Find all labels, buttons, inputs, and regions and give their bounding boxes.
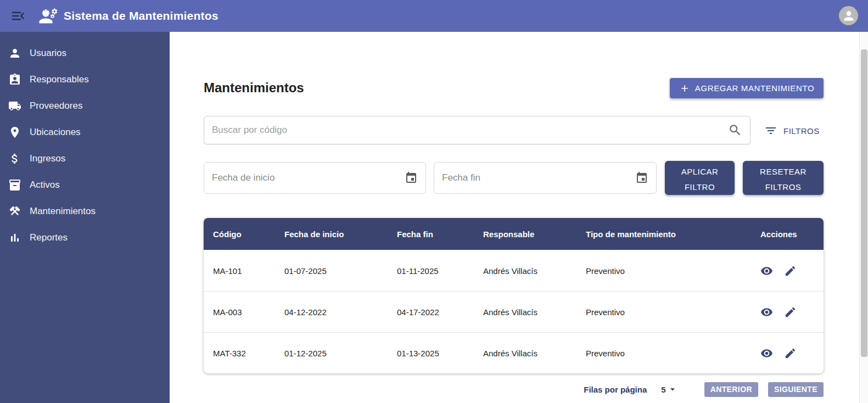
calendar-icon[interactable]: [635, 171, 648, 184]
sidebar-item-label: Proveedores: [30, 100, 82, 111]
maintenance-table: Código Fecha de inicio Fecha fin Respons…: [204, 218, 824, 373]
view-button[interactable]: [760, 347, 773, 360]
sidebar-item-label: Ingresos: [30, 153, 65, 164]
sidebar-item-label: Responsables: [30, 74, 89, 85]
end-date-input[interactable]: [442, 172, 635, 183]
sidebar-item-ingresos[interactable]: Ingresos: [0, 145, 170, 172]
scrollbar-thumb[interactable]: [861, 49, 867, 357]
rows-per-page-value: 5: [661, 385, 665, 394]
column-header-acciones: Acciones: [751, 230, 824, 239]
eye-icon: [760, 347, 773, 360]
person-icon: [842, 9, 856, 23]
sidebar-item-usuarios[interactable]: Usuarios: [0, 40, 170, 66]
cell-responsable: Andrés Villacís: [474, 307, 576, 317]
cell-responsable: Andrés Villacís: [474, 266, 576, 276]
bar-chart-icon: [8, 231, 21, 244]
sidebar: Usuarios Responsables Proveedores Ubicac…: [0, 32, 170, 403]
sidebar-item-label: Reportes: [30, 232, 68, 243]
chevron-down-icon: [666, 384, 678, 395]
sidebar-item-reportes[interactable]: Reportes: [0, 225, 170, 251]
cell-acciones: [751, 306, 824, 318]
truck-icon: [8, 99, 21, 113]
cell-acciones: [751, 265, 824, 277]
pagination-bar: Filas por página 5 ANTERIOR SIGUIENTE: [549, 381, 824, 398]
sidebar-item-proveedores[interactable]: Proveedores: [0, 93, 170, 119]
location-pin-icon: [8, 126, 21, 139]
search-input[interactable]: [212, 125, 728, 136]
search-icon[interactable]: [728, 123, 742, 137]
view-button[interactable]: [760, 265, 773, 277]
app-header: Sistema de Mantenimientos: [0, 0, 868, 32]
cell-codigo: MAT-332: [204, 349, 275, 358]
table-row: MAT-332 01-12-2025 01-13-2025 Andrés Vil…: [204, 332, 824, 373]
sidebar-item-responsables[interactable]: Responsables: [0, 66, 170, 93]
search-box: [204, 116, 751, 144]
pencil-icon: [784, 265, 797, 277]
pencil-icon: [784, 306, 797, 318]
eye-icon: [760, 306, 773, 318]
app-title: Sistema de Mantenimientos: [64, 9, 219, 23]
view-button[interactable]: [760, 306, 773, 318]
eye-icon: [760, 265, 773, 277]
start-date-field: [204, 162, 426, 194]
sidebar-item-label: Ubicaciones: [30, 127, 81, 138]
table-row: MA-101 01-07-2025 01-11-2025 Andrés Vill…: [204, 250, 824, 291]
plus-icon: [679, 83, 690, 94]
calendar-icon[interactable]: [405, 171, 418, 184]
table-row: MA-003 04-12-2022 04-17-2022 Andrés Vill…: [204, 291, 824, 332]
cell-acciones: [751, 347, 824, 360]
cell-tipo: Preventivo: [576, 307, 751, 317]
rows-per-page-select[interactable]: 5: [661, 384, 677, 395]
filters-button[interactable]: FILTROS: [764, 123, 820, 138]
cell-tipo: Preventivo: [576, 266, 751, 276]
apply-filter-button[interactable]: APLICAR FILTRO: [665, 161, 735, 195]
person-icon: [8, 47, 21, 60]
column-header-fecha-fin: Fecha fin: [388, 230, 474, 239]
column-header-responsable: Responsable: [474, 230, 576, 239]
scrollbar-track[interactable]: [859, 32, 868, 403]
cell-tipo: Preventivo: [576, 349, 751, 358]
sidebar-item-mantenimientos[interactable]: Mantenimientos: [0, 198, 170, 225]
filter-list-icon: [764, 124, 777, 137]
end-date-field: [434, 162, 657, 194]
cell-fecha-fin: 01-13-2025: [388, 349, 474, 358]
cell-fecha-inicio: 04-12-2022: [275, 307, 388, 317]
sidebar-item-activos[interactable]: Activos: [0, 172, 170, 198]
column-header-codigo: Código: [204, 230, 275, 239]
add-maintenance-button[interactable]: AGREGAR MANTENIMIENTO: [670, 78, 824, 98]
previous-page-button[interactable]: ANTERIOR: [704, 382, 758, 397]
add-maintenance-label: AGREGAR MANTENIMIENTO: [695, 83, 814, 93]
assignment-ind-icon: [8, 73, 21, 86]
cell-codigo: MA-101: [204, 266, 275, 276]
sidebar-item-label: Mantenimientos: [30, 206, 96, 217]
menu-toggle-button[interactable]: [9, 7, 27, 25]
edit-button[interactable]: [784, 347, 797, 360]
column-header-fecha-inicio: Fecha de inicio: [275, 230, 388, 239]
cell-fecha-fin: 04-17-2022: [388, 307, 474, 317]
column-header-tipo: Tipo de mantenimiento: [576, 230, 751, 239]
start-date-input[interactable]: [212, 172, 405, 183]
next-page-button[interactable]: SIGUIENTE: [768, 382, 824, 397]
page-title: Mantenimientos: [204, 80, 304, 96]
edit-button[interactable]: [784, 265, 797, 277]
filters-label: FILTROS: [783, 126, 820, 136]
cell-fecha-inicio: 01-12-2025: [275, 349, 388, 358]
cell-fecha-inicio: 01-07-2025: [275, 266, 388, 276]
reset-filters-button[interactable]: RESETEAR FILTROS: [743, 161, 824, 195]
sidebar-item-label: Activos: [30, 180, 60, 191]
sidebar-item-ubicaciones[interactable]: Ubicaciones: [0, 119, 170, 145]
sidebar-item-label: Usuarios: [30, 48, 66, 59]
cell-fecha-fin: 01-11-2025: [388, 266, 474, 276]
user-avatar[interactable]: [839, 6, 858, 25]
cell-codigo: MA-003: [204, 307, 275, 317]
rows-per-page-label: Filas por página: [584, 385, 647, 394]
inventory-icon: [8, 178, 21, 192]
cell-responsable: Andrés Villacís: [474, 349, 576, 358]
table-header-row: Código Fecha de inicio Fecha fin Respons…: [204, 218, 824, 250]
crossed-tools-icon: [8, 205, 21, 218]
pencil-icon: [784, 347, 797, 360]
dollar-icon: [8, 152, 21, 165]
engineering-logo-icon: [38, 6, 58, 26]
menu-open-icon: [10, 8, 26, 24]
edit-button[interactable]: [784, 306, 797, 318]
